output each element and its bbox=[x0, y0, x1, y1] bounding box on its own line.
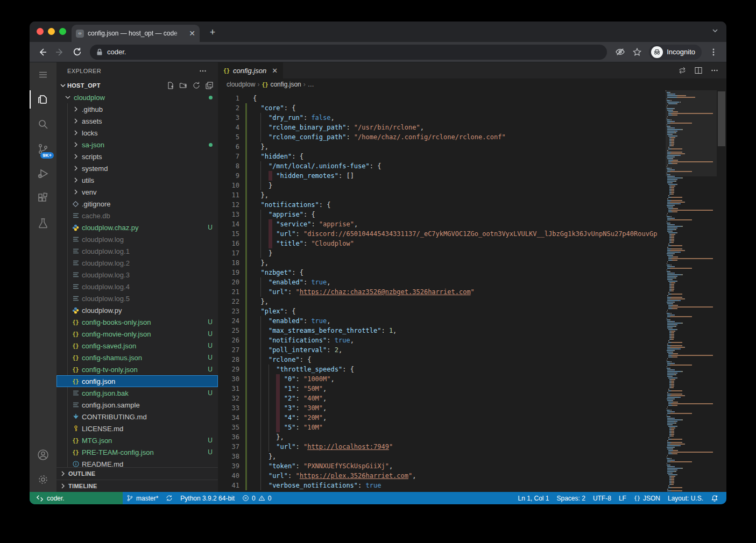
code-line-27[interactable]: 27 "poll_interval": 2, bbox=[218, 345, 666, 355]
code-line-36[interactable]: 36 }, bbox=[218, 432, 666, 442]
tree-file-LICENSE.md[interactable]: LICENSE.md bbox=[56, 423, 218, 434]
back-icon[interactable] bbox=[35, 45, 50, 60]
problems-item[interactable]: 0 0 bbox=[238, 492, 275, 504]
timeline-section[interactable]: TIMELINE bbox=[56, 480, 218, 492]
tree-file-config-shamus.json[interactable]: {}config-shamus.jsonU bbox=[56, 352, 218, 363]
code-line-30[interactable]: 30 "0": "1000M", bbox=[218, 374, 666, 384]
code-line-11[interactable]: 11 }, bbox=[218, 190, 666, 200]
code-line-16[interactable]: 16 "title": "Cloudplow" bbox=[218, 239, 666, 248]
code-line-15[interactable]: 15 "url": "discord://650104445434331137/… bbox=[218, 229, 666, 239]
editor-more-actions-icon[interactable] bbox=[710, 66, 719, 75]
eye-off-icon[interactable] bbox=[612, 45, 627, 60]
reload-icon[interactable] bbox=[69, 45, 84, 60]
explorer-more-icon[interactable] bbox=[199, 67, 207, 75]
close-window-button[interactable] bbox=[37, 28, 44, 35]
browser-menu-kebab-icon[interactable] bbox=[706, 45, 721, 60]
code-line-29[interactable]: 29 "throttle_speeds": { bbox=[218, 365, 666, 374]
window-controls[interactable] bbox=[37, 28, 66, 35]
tree-file-MTG.json[interactable]: {}MTG.jsonU bbox=[56, 434, 218, 446]
tree-file-cloudplow.log.4[interactable]: cloudplow.log.4 bbox=[56, 281, 218, 292]
tree-folder-assets[interactable]: assets bbox=[56, 115, 218, 127]
code-line-31[interactable]: 31 "1": "50M", bbox=[218, 384, 666, 394]
breadcrumb-more[interactable]: … bbox=[308, 81, 314, 88]
tree-folder-systemd[interactable]: systemd bbox=[56, 162, 218, 174]
code-line-35[interactable]: 35 "5": "10M" bbox=[218, 423, 666, 432]
split-editor-icon[interactable] bbox=[694, 66, 703, 75]
code-line-22[interactable]: 22 }, bbox=[218, 297, 666, 306]
code-line-7[interactable]: 7 "hidden": { bbox=[218, 152, 666, 161]
tree-file-config-books-only.json[interactable]: {}config-books-only.jsonU bbox=[56, 316, 218, 328]
new-file-icon[interactable] bbox=[166, 81, 175, 90]
tree-file-config.json[interactable]: {}config.json bbox=[56, 375, 218, 387]
code-line-28[interactable]: 28 "rclone": { bbox=[218, 355, 666, 365]
address-bar[interactable]: coder. bbox=[90, 45, 607, 60]
code-line-13[interactable]: 13 "apprise": { bbox=[218, 210, 666, 219]
settings-gear-icon[interactable] bbox=[30, 467, 56, 492]
code-line-12[interactable]: 12 "notifications": { bbox=[218, 200, 666, 210]
code-line-14[interactable]: 14 "service": "apprise", bbox=[218, 219, 666, 229]
keyboard-layout-item[interactable]: Layout: U.S. bbox=[664, 492, 707, 504]
run-debug-icon[interactable] bbox=[30, 161, 56, 186]
code-line-32[interactable]: 32 "2": "40M", bbox=[218, 394, 666, 403]
tree-folder-sa-json[interactable]: sa-json bbox=[56, 139, 218, 151]
tree-file-config-saved.json[interactable]: {}config-saved.jsonU bbox=[56, 340, 218, 352]
tree-file-cloudplow.py[interactable]: cloudplow.py bbox=[56, 304, 218, 316]
testing-flask-icon[interactable] bbox=[30, 211, 56, 235]
open-changes-icon[interactable] bbox=[678, 66, 687, 75]
code-line-38[interactable]: 38 }, bbox=[218, 452, 666, 461]
incognito-badge[interactable]: Incognito bbox=[649, 45, 702, 60]
code-line-40[interactable]: 40 "url": "https://plex.3526harriet.com"… bbox=[218, 471, 666, 481]
menu-hamburger-icon[interactable] bbox=[30, 62, 56, 87]
code-line-23[interactable]: 23 "plex": { bbox=[218, 306, 666, 316]
eol-item[interactable]: LF bbox=[615, 492, 630, 504]
tree-file-PRE-TEAM-config.json[interactable]: {}PRE-TEAM-config.jsonU bbox=[56, 446, 218, 458]
python-interpreter-item[interactable]: Python 3.9.2 64-bit bbox=[176, 492, 238, 504]
tree-file-cloudplow.log.5[interactable]: cloudplow.log.5 bbox=[56, 292, 218, 304]
code-line-24[interactable]: 24 "enabled": true, bbox=[218, 316, 666, 326]
new-tab-button[interactable]: + bbox=[206, 26, 219, 39]
code-line-2[interactable]: 2 "core": { bbox=[218, 103, 666, 113]
tree-file-cloudplow.log.1[interactable]: cloudplow.log.1 bbox=[56, 245, 218, 257]
cursor-position-item[interactable]: Ln 1, Col 1 bbox=[514, 492, 553, 504]
tree-folder-locks[interactable]: locks bbox=[56, 127, 218, 139]
code-line-9[interactable]: 9 "hidden_remotes": [] bbox=[218, 171, 666, 181]
tree-file-.gitignore[interactable]: .gitignore bbox=[56, 198, 218, 210]
tree-file-config.json.bak[interactable]: config.json.bakU bbox=[56, 387, 218, 399]
tab-search-chevron-icon[interactable] bbox=[711, 27, 719, 34]
code-line-26[interactable]: 26 "notifications": true, bbox=[218, 335, 666, 345]
notifications-bell-icon[interactable] bbox=[707, 492, 722, 504]
tree-file-config-tv-only.json[interactable]: {}config-tv-only.jsonU bbox=[56, 363, 218, 375]
tree-folder-scripts[interactable]: scripts bbox=[56, 151, 218, 162]
tree-folder-.github[interactable]: .github bbox=[56, 103, 218, 115]
extensions-icon[interactable] bbox=[30, 186, 56, 211]
tree-file-cloudplow.log.2[interactable]: cloudplow.log.2 bbox=[56, 257, 218, 269]
editor-tab-close-icon[interactable]: ✕ bbox=[272, 67, 278, 75]
indentation-item[interactable]: Spaces: 2 bbox=[553, 492, 589, 504]
git-branch-item[interactable]: master* bbox=[123, 492, 162, 504]
language-mode-item[interactable]: {} JSON bbox=[630, 492, 664, 504]
tree-file-CONTRIBUTING.md[interactable]: CONTRIBUTING.md bbox=[56, 411, 218, 423]
code-line-5[interactable]: 5 "rclone_config_path": "/home/chaz/.con… bbox=[218, 132, 666, 142]
browser-tab[interactable]: ‹› config.json — host_opt — code ✕ bbox=[72, 25, 200, 42]
source-control-icon[interactable]: 9K+ bbox=[30, 137, 56, 161]
code-line-41[interactable]: 41 "verbose_notifications": true bbox=[218, 481, 666, 490]
code-line-19[interactable]: 19 "nzbget": { bbox=[218, 268, 666, 277]
tree-file-cloudplow.log.3[interactable]: cloudplow.log.3 bbox=[56, 269, 218, 281]
code-line-37[interactable]: 37 "url": "http://localhost:7949" bbox=[218, 442, 666, 452]
bookmark-star-icon[interactable] bbox=[630, 45, 645, 60]
new-folder-icon[interactable] bbox=[179, 81, 188, 90]
code-line-3[interactable]: 3 "dry_run": false, bbox=[218, 113, 666, 123]
minimize-window-button[interactable] bbox=[48, 28, 55, 35]
encoding-item[interactable]: UTF-8 bbox=[589, 492, 615, 504]
outline-section[interactable]: OUTLINE bbox=[56, 467, 218, 480]
account-icon[interactable] bbox=[30, 442, 56, 467]
tree-file-cloudplow.chaz.py[interactable]: cloudplow.chaz.pyU bbox=[56, 222, 218, 233]
tree-file-README.md[interactable]: README.md bbox=[56, 458, 218, 467]
code-line-8[interactable]: 8 "/mnt/local/.unionfs-fuse": { bbox=[218, 161, 666, 171]
tree-folder-utils[interactable]: utils bbox=[56, 174, 218, 186]
zoom-window-button[interactable] bbox=[59, 28, 66, 35]
editor-scrollbar[interactable] bbox=[717, 90, 726, 492]
code-line-17[interactable]: 17 } bbox=[218, 248, 666, 258]
tab-close-icon[interactable]: ✕ bbox=[189, 29, 195, 38]
code-line-4[interactable]: 4 "rclone_binary_path": "/usr/bin/rclone… bbox=[218, 123, 666, 132]
